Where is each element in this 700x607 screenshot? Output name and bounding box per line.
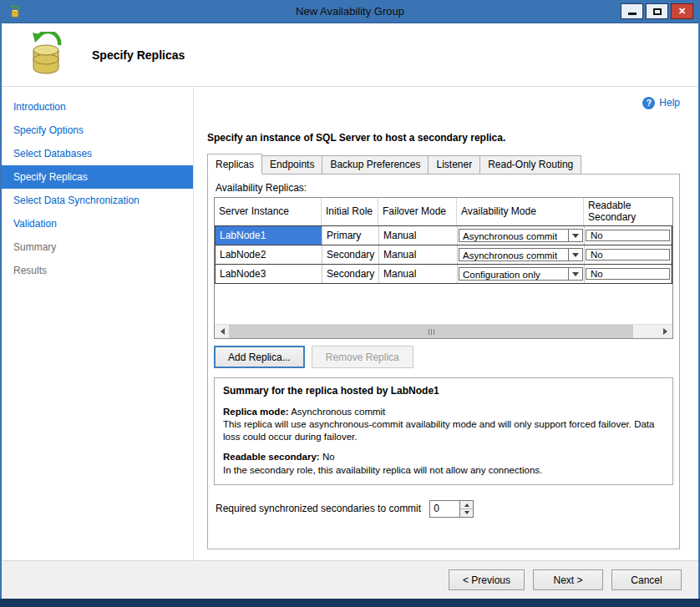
availability-group-icon <box>25 32 67 78</box>
readable-secondary-description: In the secondary role, this availability… <box>223 464 664 476</box>
close-button[interactable]: ✕ <box>671 3 693 19</box>
sidebar-item-introduction[interactable]: Introduction <box>2 95 193 119</box>
main-content: ? Help Specify an instance of SQL Server… <box>194 87 698 560</box>
cell-failover-mode: Manual <box>379 265 458 283</box>
close-icon: ✕ <box>678 7 686 16</box>
quantity-stepper <box>429 500 474 518</box>
tab-endpoints[interactable]: Endpoints <box>261 155 322 175</box>
readable-secondary-line: Readable secondary: No <box>223 451 664 463</box>
scrollbar-track[interactable] <box>229 325 658 338</box>
replica-mode-line: Replica mode: Asynchronous commit <box>223 406 664 417</box>
minimize-icon <box>628 13 637 15</box>
readable-secondary-dropdown[interactable]: No <box>586 230 670 241</box>
cancel-button[interactable]: Cancel <box>611 569 682 590</box>
availability-mode-dropdown[interactable]: Asynchronous commit <box>459 248 583 261</box>
spinner-buttons <box>459 500 474 518</box>
cell-failover-mode: Manual <box>379 226 458 245</box>
replica-mode-label: Replica mode: <box>223 407 289 417</box>
column-header-server-instance: Server Instance <box>215 198 322 225</box>
replica-buttons-row: Add Replica... Remove Replica <box>214 346 673 368</box>
secondaries-to-commit-label: Required synchronized secondaries to com… <box>216 503 421 514</box>
maximize-button[interactable] <box>646 3 668 19</box>
cell-availability-mode: Asynchronous commit <box>458 245 585 264</box>
new-availability-group-dialog: New Availability Group ✕ Specify Replica… <box>0 0 700 607</box>
replica-mode-description: This replica will use asynchronous-commi… <box>223 418 664 443</box>
remove-replica-button[interactable]: Remove Replica <box>312 346 413 368</box>
cell-server-instance[interactable]: LabNode2 <box>216 245 322 264</box>
sidebar-item-specify-options[interactable]: Specify Options <box>2 119 193 142</box>
spinner-up-icon[interactable] <box>460 501 473 509</box>
column-header-initial-role: Initial Role <box>322 198 378 225</box>
replicas-tab-panel: Availability Replicas: Server Instance I… <box>207 174 680 549</box>
add-replica-button[interactable]: Add Replica... <box>214 346 305 368</box>
replica-summary-box: Summary for the replica hosted by LabNod… <box>214 377 673 485</box>
help-label: Help <box>659 97 680 109</box>
cell-availability-mode: Asynchronous commit <box>458 226 585 245</box>
sidebar-item-results: Results <box>2 259 193 282</box>
previous-button[interactable]: < Previous <box>449 569 525 590</box>
tab-strip: Replicas Endpoints Backup Preferences Li… <box>207 155 680 175</box>
grid-empty-area <box>215 284 672 324</box>
next-button[interactable]: Next > <box>533 569 603 590</box>
grid-caption: Availability Replicas: <box>216 182 673 194</box>
horizontal-scrollbar[interactable] <box>215 324 672 338</box>
sidebar-item-validation[interactable]: Validation <box>2 212 193 235</box>
tab-replicas[interactable]: Replicas <box>207 154 262 175</box>
availability-replicas-grid: Server Instance Initial Role Failover Mo… <box>214 197 673 339</box>
scrollbar-thumb[interactable] <box>229 325 633 338</box>
summary-title: Summary for the replica hosted by LabNod… <box>223 385 664 397</box>
sidebar-item-select-data-sync[interactable]: Select Data Synchronization <box>2 189 193 212</box>
chevron-down-icon[interactable] <box>568 268 582 280</box>
page-title: Specify Replicas <box>92 48 185 62</box>
cell-readable-secondary: No <box>585 245 672 264</box>
maximize-icon <box>653 8 662 15</box>
caption-buttons: ✕ <box>621 3 693 19</box>
replica-mode-value: Asynchronous commit <box>291 407 385 417</box>
dialog-body: Introduction Specify Options Select Data… <box>2 87 698 560</box>
readable-secondary-dropdown[interactable]: No <box>586 268 670 280</box>
column-header-readable-secondary: Readable Secondary <box>584 198 672 225</box>
chevron-down-icon[interactable] <box>568 249 582 261</box>
spinner-down-icon[interactable] <box>460 509 473 517</box>
window-title: New Availability Group <box>2 0 698 23</box>
tab-read-only-routing[interactable]: Read-Only Routing <box>479 155 581 175</box>
sidebar-item-specify-replicas[interactable]: Specify Replicas <box>2 165 193 189</box>
tab-listener[interactable]: Listener <box>428 155 480 175</box>
titlebar[interactable]: New Availability Group ✕ <box>2 0 698 23</box>
secondaries-to-commit-input[interactable] <box>429 500 459 518</box>
readable-secondary-label: Readable secondary: <box>223 452 320 462</box>
cell-initial-role: Secondary <box>322 245 379 264</box>
availability-mode-dropdown[interactable]: Asynchronous commit <box>459 229 583 242</box>
readable-secondary-dropdown[interactable]: No <box>586 249 670 261</box>
table-row[interactable]: LabNode2 Secondary Manual Asynchronous c… <box>215 245 672 265</box>
grip-icon <box>431 329 432 335</box>
column-header-availability-mode: Availability Mode <box>457 198 584 225</box>
help-link[interactable]: ? Help <box>207 95 680 110</box>
sidebar-item-summary: Summary <box>2 235 193 259</box>
chevron-down-icon[interactable] <box>568 230 582 241</box>
quorum-row: Required synchronized secondaries to com… <box>214 500 673 518</box>
cell-failover-mode: Manual <box>379 245 458 264</box>
help-icon: ? <box>642 97 655 109</box>
cell-readable-secondary: No <box>585 226 672 245</box>
cell-availability-mode: Configuration only <box>458 265 585 283</box>
scroll-left-icon[interactable] <box>215 325 229 338</box>
dialog-footer: < Previous Next > Cancel <box>2 560 698 599</box>
window-bottom-border <box>0 599 700 607</box>
table-row[interactable]: LabNode3 Secondary Manual Configuration … <box>215 264 672 284</box>
cell-initial-role: Secondary <box>322 265 379 283</box>
grid-header: Server Instance Initial Role Failover Mo… <box>215 198 672 226</box>
column-header-failover-mode: Failover Mode <box>378 198 457 225</box>
tab-backup-preferences[interactable]: Backup Preferences <box>322 155 429 175</box>
cell-readable-secondary: No <box>585 265 672 283</box>
cell-initial-role: Primary <box>322 226 379 245</box>
scroll-right-icon[interactable] <box>658 325 672 338</box>
sidebar-item-select-databases[interactable]: Select Databases <box>2 142 193 165</box>
cell-server-instance[interactable]: LabNode1 <box>216 226 322 245</box>
availability-mode-dropdown[interactable]: Configuration only <box>459 267 583 281</box>
table-row[interactable]: LabNode1 Primary Manual Asynchronous com… <box>215 225 672 245</box>
cell-server-instance[interactable]: LabNode3 <box>216 265 322 283</box>
minimize-button[interactable] <box>621 3 643 19</box>
wizard-steps-sidebar: Introduction Specify Options Select Data… <box>2 87 194 560</box>
readable-secondary-value: No <box>322 452 335 462</box>
